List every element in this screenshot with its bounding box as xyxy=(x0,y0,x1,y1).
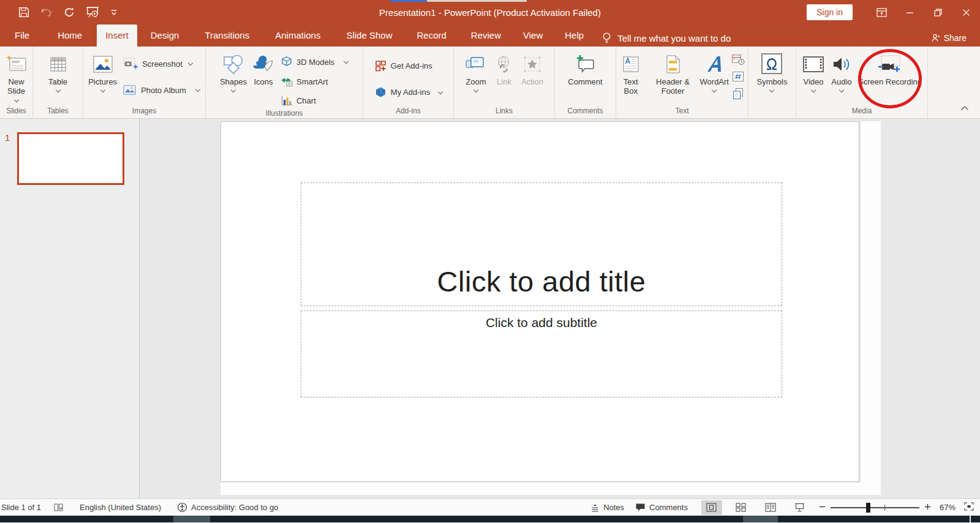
collapse-ribbon-button[interactable] xyxy=(960,102,969,113)
vertical-scrollbar[interactable] xyxy=(860,121,881,495)
text-box-label: Text Box xyxy=(618,77,644,96)
restore-button[interactable] xyxy=(924,0,952,24)
tab-help[interactable]: Help xyxy=(556,24,592,47)
fit-slide-to-window-button[interactable] xyxy=(964,502,974,513)
chevron-down-icon xyxy=(231,88,236,92)
3d-models-button[interactable]: 3D Models xyxy=(278,54,350,70)
header-footer-button[interactable]: Header & Footer xyxy=(647,50,699,97)
customize-quick-access-button[interactable] xyxy=(110,9,118,16)
my-add-ins-button[interactable]: My Add-ins xyxy=(372,84,445,100)
tab-home[interactable]: Home xyxy=(49,24,91,47)
link-icon xyxy=(494,51,514,77)
zoom-label: Zoom xyxy=(466,77,486,86)
new-slide-button[interactable]: New Slide xyxy=(0,50,32,103)
undo-button[interactable] xyxy=(40,7,53,17)
screenshot-button[interactable]: Screenshot xyxy=(120,55,202,72)
tab-design[interactable]: Design xyxy=(142,24,188,47)
get-add-ins-button[interactable]: Get Add-ins xyxy=(372,58,445,74)
zoom-out-button[interactable] xyxy=(819,503,826,512)
icons-duck-icon xyxy=(252,51,274,77)
get-add-ins-icon xyxy=(374,59,387,72)
tab-view[interactable]: View xyxy=(514,24,551,47)
tab-transitions[interactable]: Transitions xyxy=(196,24,258,47)
slide-thumbnail[interactable] xyxy=(17,132,124,185)
status-bar: Slide 1 of 1 English (United States) Acc… xyxy=(0,499,980,516)
redo-button[interactable] xyxy=(64,7,75,18)
smartart-icon xyxy=(281,76,293,87)
group-label-add-ins: Add-ins xyxy=(363,105,453,118)
tab-file[interactable]: File xyxy=(6,24,38,47)
pictures-button[interactable]: Pictures xyxy=(86,50,119,93)
language-button[interactable]: English (United States) xyxy=(80,503,161,512)
tab-record[interactable]: Record xyxy=(408,24,454,47)
notes-toggle[interactable]: Notes xyxy=(590,503,624,512)
tab-insert[interactable]: Insert xyxy=(97,24,137,47)
reading-view-button[interactable] xyxy=(760,500,781,515)
comment-button[interactable]: Comment xyxy=(566,50,604,88)
date-time-button[interactable] xyxy=(731,53,745,66)
object-button[interactable] xyxy=(731,87,745,100)
subtitle-placeholder[interactable]: Click to add subtitle xyxy=(301,310,782,397)
taskbar-tick xyxy=(970,516,971,522)
shapes-button[interactable]: Shapes xyxy=(218,50,249,93)
tab-slide-show[interactable]: Slide Show xyxy=(337,24,401,47)
zoom-in-button[interactable] xyxy=(924,503,931,512)
taskbar-sliver xyxy=(0,516,980,522)
ribbon-display-options-button[interactable] xyxy=(867,0,895,24)
photo-album-button[interactable]: Photo Album xyxy=(120,82,202,98)
accessibility-button[interactable]: Accessibility: Good to go xyxy=(177,502,278,513)
tell-me-box[interactable]: Tell me what you want to do xyxy=(592,32,737,47)
close-button[interactable] xyxy=(952,0,980,24)
powerpoint-window: Presentation1 - PowerPoint (Product Acti… xyxy=(0,0,980,523)
slide-sorter-view-button[interactable] xyxy=(731,500,752,515)
ribbon: New Slide Slides Table Tables xyxy=(0,47,980,119)
table-button[interactable]: Table xyxy=(45,50,72,93)
minus-icon xyxy=(819,503,826,510)
slide-number-button[interactable] xyxy=(731,70,745,83)
zoom-slider-tick xyxy=(884,505,886,511)
sign-in-button[interactable]: Sign in xyxy=(807,4,853,20)
table-label: Table xyxy=(48,77,67,86)
comments-toggle[interactable]: Comments xyxy=(635,503,688,512)
horizontal-scrollbar[interactable] xyxy=(221,483,881,495)
save-icon xyxy=(18,7,29,18)
symbols-label: Symbols xyxy=(757,77,788,86)
zoom-controls xyxy=(819,503,931,512)
zoom-level[interactable]: 67% xyxy=(940,503,956,512)
audio-button[interactable]: Audio xyxy=(828,50,855,93)
tab-animations[interactable]: Animations xyxy=(266,24,329,47)
group-label-comments: Comments xyxy=(555,105,616,118)
zoom-slider[interactable] xyxy=(831,507,919,508)
minimize-button[interactable] xyxy=(895,0,924,24)
spell-check-button[interactable] xyxy=(53,503,64,512)
symbols-button[interactable]: Symbols xyxy=(755,50,790,93)
zoom-button[interactable]: Zoom xyxy=(462,50,489,93)
video-button[interactable]: Video xyxy=(800,50,827,93)
group-label-media: Media xyxy=(796,105,927,118)
notes-label: Notes xyxy=(603,503,624,512)
zoom-slider-handle[interactable] xyxy=(866,503,870,513)
title-placeholder[interactable]: Click to add title xyxy=(301,182,782,306)
chart-button[interactable]: Chart xyxy=(278,93,350,108)
text-box-button[interactable]: Text Box xyxy=(616,50,646,97)
smartart-button[interactable]: SmartArt xyxy=(278,74,350,89)
table-icon xyxy=(48,51,68,77)
icons-button[interactable]: Icons xyxy=(250,50,277,88)
action-icon xyxy=(522,51,542,77)
customize-icon xyxy=(110,9,118,16)
share-button[interactable]: Share xyxy=(930,33,980,47)
comments-icon xyxy=(635,503,646,512)
start-presentation-button[interactable] xyxy=(86,6,99,18)
top-edge-artifact-beige xyxy=(427,0,527,2)
plus-icon xyxy=(924,503,931,510)
taskbar-segment xyxy=(743,516,778,522)
normal-view-button[interactable] xyxy=(701,500,722,515)
save-button[interactable] xyxy=(18,7,29,18)
tab-review[interactable]: Review xyxy=(462,24,510,47)
header-footer-icon xyxy=(665,51,681,77)
slide-show-view-button[interactable] xyxy=(790,500,810,515)
slide-editing-area: Click to add title Click to add subtitle xyxy=(140,119,980,499)
wordart-button[interactable]: WordArt xyxy=(701,50,728,93)
accessibility-label: Accessibility: Good to go xyxy=(191,503,278,512)
audio-icon xyxy=(832,51,851,77)
